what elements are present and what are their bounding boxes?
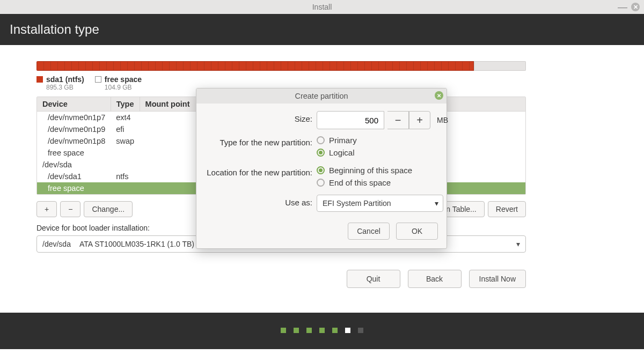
partition-type-label: Type for the new partition: bbox=[205, 135, 312, 147]
dialog-titlebar: Create partition ✕ bbox=[196, 88, 447, 104]
create-partition-dialog: Create partition ✕ Size: − + MB Type for… bbox=[196, 88, 447, 249]
use-as-label: Use as: bbox=[205, 195, 312, 207]
dialog-title: Create partition bbox=[295, 92, 348, 100]
size-input[interactable] bbox=[317, 111, 384, 129]
chevron-down-icon: ▾ bbox=[435, 199, 438, 208]
dialog-close-icon[interactable]: ✕ bbox=[435, 91, 443, 100]
dialog-cancel-button[interactable]: Cancel bbox=[348, 223, 390, 240]
radio-checked-icon bbox=[317, 166, 325, 174]
use-as-select[interactable]: EFI System Partition ▾ bbox=[317, 195, 443, 212]
radio-icon bbox=[317, 136, 325, 144]
partition-location-label: Location for the new partition: bbox=[205, 165, 312, 177]
size-unit: MB bbox=[437, 116, 448, 124]
radio-checked-icon bbox=[317, 149, 325, 157]
dialog-ok-button[interactable]: OK bbox=[396, 223, 438, 240]
size-increment-button[interactable]: + bbox=[409, 111, 430, 129]
radio-logical[interactable]: Logical bbox=[317, 147, 448, 159]
radio-location-begin[interactable]: Beginning of this space bbox=[317, 165, 448, 177]
radio-icon bbox=[317, 179, 325, 187]
size-label: Size: bbox=[205, 111, 312, 123]
size-decrement-button[interactable]: − bbox=[387, 111, 409, 129]
radio-primary[interactable]: Primary bbox=[317, 135, 448, 147]
radio-location-end[interactable]: End of this space bbox=[317, 177, 448, 189]
